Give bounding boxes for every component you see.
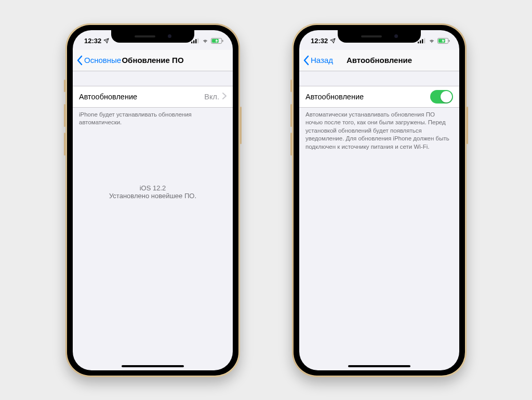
content-area: Автообновление Вкл. iPhone будет устанав… (73, 71, 233, 200)
volume-up-button (290, 104, 292, 127)
svg-rect-0 (191, 42, 192, 43)
cellular-signal-icon (418, 38, 426, 44)
mute-switch (290, 80, 292, 92)
navigation-bar: Назад Автообновление (299, 50, 459, 71)
svg-rect-10 (424, 38, 425, 44)
svg-rect-2 (195, 39, 196, 43)
cellular-signal-icon (191, 38, 200, 44)
navigation-bar: Основные Обновление ПО (73, 50, 233, 71)
chevron-left-icon (76, 55, 83, 66)
wifi-icon (428, 38, 435, 44)
svg-rect-8 (420, 41, 421, 44)
auto-update-toggle[interactable] (430, 90, 453, 104)
chevron-left-icon (302, 55, 310, 66)
mute-switch (64, 80, 65, 92)
row-label: Автообновление (305, 93, 430, 101)
wifi-icon (202, 38, 209, 44)
stage: 12:32 (0, 0, 532, 400)
status-time: 12:32 (84, 37, 101, 45)
section-footer: iPhone будет устанавливать обновления ав… (73, 108, 233, 127)
content-area: Автообновление Автоматически устанавлива… (299, 71, 459, 151)
home-indicator[interactable] (122, 365, 184, 367)
svg-rect-1 (193, 41, 194, 44)
battery-icon (437, 38, 450, 44)
phone-right: 12:32 (292, 23, 467, 377)
svg-rect-7 (418, 42, 419, 43)
back-button[interactable]: Назад (299, 55, 333, 66)
svg-rect-6 (222, 40, 223, 42)
screen: 12:32 (73, 30, 233, 370)
back-button[interactable]: Основные (73, 55, 121, 66)
chevron-right-icon (222, 92, 227, 101)
volume-up-button (64, 104, 65, 127)
volume-down-button (290, 133, 292, 156)
home-indicator[interactable] (348, 365, 410, 367)
up-to-date-block: iOS 12.2 Установлено новейшее ПО. (73, 184, 233, 200)
side-button (467, 107, 468, 144)
status-bar: 12:32 (73, 30, 233, 50)
phone-left: 12:32 (65, 23, 240, 377)
location-icon (330, 38, 336, 44)
up-to-date-message: Установлено новейшее ПО. (73, 192, 233, 200)
auto-update-row[interactable]: Автообновление Вкл. (73, 86, 233, 108)
screen: 12:32 (299, 30, 459, 370)
status-time: 12:32 (311, 37, 328, 45)
svg-rect-3 (197, 38, 198, 44)
spacer (73, 71, 233, 86)
row-value: Вкл. (204, 93, 219, 101)
volume-down-button (64, 133, 65, 156)
location-icon (103, 38, 109, 44)
battery-icon (211, 38, 223, 44)
svg-rect-13 (449, 40, 450, 42)
ios-version: iOS 12.2 (73, 184, 233, 192)
row-label: Автообновление (79, 93, 204, 101)
svg-rect-9 (422, 39, 423, 43)
spacer (299, 71, 459, 86)
section-footer: Автоматически устанавливать обновления П… (299, 108, 459, 151)
auto-update-toggle-row[interactable]: Автообновление (299, 86, 459, 108)
back-label: Основные (84, 56, 121, 64)
side-button (240, 107, 242, 144)
back-label: Назад (311, 56, 333, 64)
status-bar: 12:32 (299, 30, 459, 50)
